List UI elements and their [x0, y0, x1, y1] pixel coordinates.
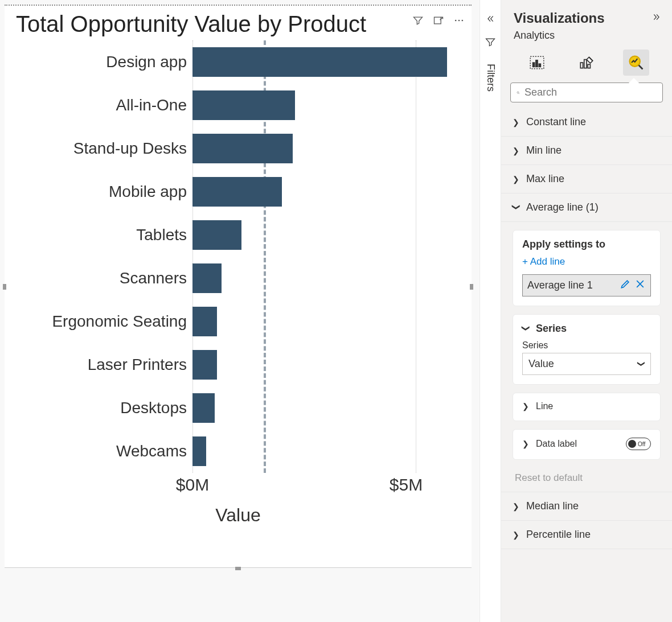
- filters-pane-collapsed[interactable]: Filters: [480, 0, 501, 622]
- bar[interactable]: [192, 263, 222, 293]
- bar[interactable]: [192, 220, 241, 250]
- pane-subtitle: Analytics: [501, 28, 672, 47]
- collapse-chevron-icon[interactable]: [485, 15, 495, 25]
- svg-point-3: [462, 20, 464, 22]
- svg-point-12: [517, 92, 519, 93]
- y-axis-label: Product: [0, 236, 4, 350]
- category-label: Webcams: [39, 435, 187, 467]
- chevron-right-icon: ❯: [522, 439, 530, 448]
- section-percentile-line[interactable]: ❯ Percentile line: [501, 520, 672, 549]
- edit-icon[interactable]: [620, 278, 631, 293]
- svg-point-1: [455, 20, 457, 22]
- add-line-button[interactable]: + Add line: [522, 256, 651, 267]
- chevron-right-icon: ❯: [513, 146, 521, 155]
- chevron-right-icon: ❯: [513, 118, 521, 127]
- data-label-section[interactable]: ❯ Data label Off: [513, 429, 661, 460]
- svg-rect-7: [539, 64, 541, 67]
- series-card: ❯ Series Series Value ❯: [513, 314, 661, 385]
- y-axis-categories: Design appAll-in-OneStand-up DesksMobile…: [39, 40, 192, 473]
- category-label: Ergonomic Seating: [39, 306, 187, 337]
- svg-rect-8: [580, 63, 583, 68]
- series-field-label: Series: [522, 340, 651, 351]
- category-label: Design app: [39, 46, 187, 78]
- x-tick-label: $0M: [176, 475, 209, 495]
- resize-handle-bottom[interactable]: [235, 567, 241, 570]
- focus-mode-icon[interactable]: [433, 15, 444, 28]
- svg-rect-10: [588, 64, 590, 68]
- category-label: Stand-up Desks: [39, 133, 187, 164]
- bar[interactable]: [192, 393, 215, 423]
- x-tick-label: $5M: [390, 475, 423, 495]
- build-visual-tab[interactable]: [524, 50, 550, 76]
- section-constant-line[interactable]: ❯ Constant line: [501, 108, 672, 136]
- series-select[interactable]: Value ❯: [522, 353, 651, 375]
- section-median-line[interactable]: ❯ Median line: [501, 492, 672, 520]
- category-label: Scanners: [39, 262, 187, 294]
- bar[interactable]: [192, 90, 295, 120]
- section-average-line[interactable]: ❯ Average line (1): [501, 193, 672, 221]
- chevron-down-icon: ❯: [637, 361, 646, 367]
- apply-settings-card: Apply settings to + Add line Average lin…: [513, 230, 661, 306]
- bar[interactable]: [192, 350, 217, 380]
- filters-pane-label: Filters: [485, 64, 497, 92]
- svg-rect-6: [536, 60, 538, 67]
- x-axis: $0M$5M: [192, 475, 449, 504]
- data-label-toggle[interactable]: Off: [626, 438, 651, 450]
- svg-rect-5: [533, 63, 535, 67]
- chevron-down-icon: ❯: [512, 204, 521, 212]
- report-canvas[interactable]: Total Opportunity Value by Product Produ…: [0, 0, 480, 622]
- chevron-right-icon: ❯: [513, 530, 521, 539]
- category-label: Laser Printers: [39, 349, 187, 381]
- bar[interactable]: [192, 177, 282, 207]
- category-label: All-in-One: [39, 89, 187, 121]
- expand-chevron-icon[interactable]: [651, 13, 662, 23]
- plot-area: [192, 40, 460, 473]
- apply-settings-heading: Apply settings to: [522, 238, 651, 250]
- delete-icon[interactable]: [634, 278, 646, 293]
- average-line-item[interactable]: Average line 1: [522, 274, 651, 296]
- category-label: Mobile app: [39, 176, 187, 208]
- chevron-down-icon[interactable]: ❯: [522, 325, 531, 333]
- pane-title: Visualizations: [514, 10, 605, 26]
- category-label: Desktops: [39, 392, 187, 424]
- reset-to-default[interactable]: Reset to default: [513, 468, 661, 489]
- format-visual-tab[interactable]: [573, 50, 600, 76]
- more-options-icon[interactable]: [453, 15, 465, 28]
- search-input[interactable]: [510, 83, 663, 102]
- x-axis-label: Value: [16, 505, 460, 526]
- svg-point-2: [458, 20, 460, 22]
- chart-visual[interactable]: Total Opportunity Value by Product Produ…: [5, 5, 472, 568]
- search-icon: [517, 88, 520, 98]
- visualizations-pane: Visualizations Analytics: [501, 0, 672, 622]
- bar[interactable]: [192, 47, 447, 77]
- analytics-tab[interactable]: [623, 50, 649, 76]
- svg-rect-9: [584, 60, 587, 68]
- bar[interactable]: [192, 307, 217, 336]
- bars-group: [192, 40, 460, 473]
- section-min-line[interactable]: ❯ Min line: [501, 136, 672, 164]
- bar[interactable]: [192, 134, 293, 163]
- section-max-line[interactable]: ❯ Max line: [501, 164, 672, 193]
- bar[interactable]: [192, 436, 206, 466]
- chevron-right-icon: ❯: [513, 502, 521, 511]
- chevron-right-icon: ❯: [513, 175, 521, 184]
- chart-title: Total Opportunity Value by Product: [16, 11, 412, 37]
- line-section[interactable]: ❯ Line: [513, 393, 661, 421]
- category-label: Tablets: [39, 219, 187, 251]
- filter-icon[interactable]: [412, 15, 424, 28]
- filter-outline-icon: [485, 36, 496, 50]
- svg-rect-0: [435, 17, 441, 24]
- chevron-right-icon: ❯: [522, 402, 530, 411]
